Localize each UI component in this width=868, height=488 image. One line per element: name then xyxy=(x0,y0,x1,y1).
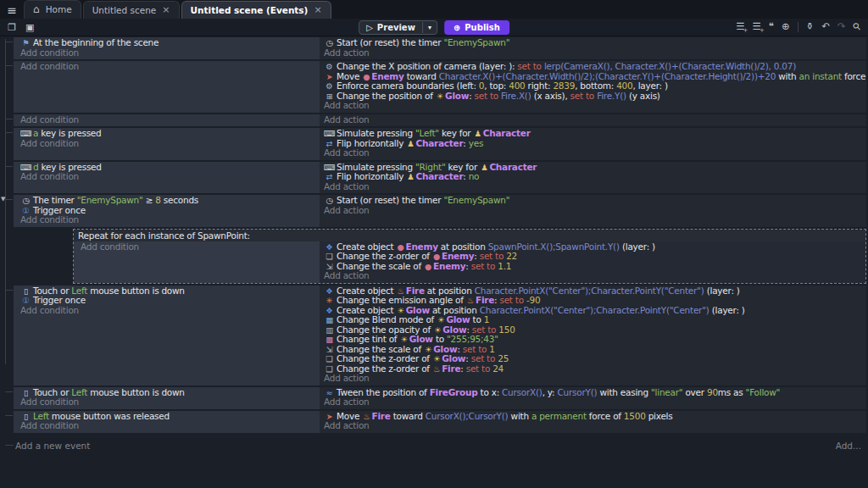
add-condition-button[interactable]: Add condition xyxy=(20,172,320,182)
action-line[interactable]: ➤Move ●Enemy toward Character.X()+(Chara… xyxy=(324,72,866,82)
text-segment: Change the z-order of xyxy=(337,364,432,374)
action-line[interactable]: ⇲Change the scale of ☀Glow: set to 1 xyxy=(324,345,866,355)
add-event-icon[interactable]: ☰+ xyxy=(736,22,744,32)
actions-cell[interactable]: ⚙Change the X position of camera (layer:… xyxy=(320,61,866,113)
text-segment: Trigger once xyxy=(33,296,86,305)
add-condition-button[interactable]: Add condition xyxy=(20,215,320,225)
add-condition-button[interactable]: Add condition xyxy=(20,397,320,408)
add-condition-button[interactable]: Add condition xyxy=(20,306,320,316)
add-action-button[interactable]: Add action xyxy=(324,48,866,58)
collapse-arrow-icon[interactable]: ▼ xyxy=(1,196,5,202)
save-icon[interactable]: ▣ xyxy=(25,23,34,32)
condition-line[interactable]: ◷The timer "EnemySpawn" ≥ 8 seconds xyxy=(20,196,320,206)
action-line[interactable]: ▥Change the opacity of ☀Glow: set to 150 xyxy=(324,325,866,336)
add-condition-button[interactable]: Add condition xyxy=(20,62,320,72)
action-line[interactable]: ▩Change tint of ☀Glow to "255;95;43" xyxy=(324,335,866,345)
action-line[interactable]: ❏Change the z-order of ♨Fire: set to 24 xyxy=(324,364,866,374)
action-line[interactable]: ✳Change the emission angle of ♨Fire: set… xyxy=(324,296,866,306)
conditions-cell[interactable]: ⚑At the beginning of the sceneAdd condit… xyxy=(14,37,320,59)
action-line[interactable]: ❖Create object ●Enemy at position SpawnP… xyxy=(324,242,865,252)
condition-line[interactable]: ▯Touch or Left mouse button is down xyxy=(20,388,320,398)
add-subevent-icon[interactable]: ☰+ xyxy=(752,22,760,32)
actions-cell[interactable]: ≈Tween the position of FireGroup to x: C… xyxy=(320,387,866,409)
publish-button[interactable]: ⊕ Publish xyxy=(444,20,509,35)
delete-icon[interactable]: ⚱ xyxy=(806,22,815,32)
condition-line[interactable]: ⌨d key is pressed xyxy=(20,163,320,173)
actions-cell[interactable]: Add action xyxy=(320,114,866,127)
action-line[interactable]: ◷Start (or reset) the timer "EnemySpawn" xyxy=(324,38,866,48)
action-line[interactable]: ❖Create object ♨Fire at position Charact… xyxy=(324,286,866,297)
preview-dropdown-button[interactable]: ▾ xyxy=(422,22,437,33)
action-line[interactable]: ⌨Simulate pressing "Left" key for ♟Chara… xyxy=(324,129,866,139)
action-line[interactable]: ⊞Change the position of ☀Glow: set to Fi… xyxy=(324,92,866,102)
close-icon[interactable]: × xyxy=(162,4,170,15)
action-line[interactable]: ⌨Simulate pressing "Right" key for ♟Char… xyxy=(324,163,866,173)
text-segment: Change the z-order of xyxy=(337,252,432,261)
add-new-event-button[interactable]: Add a new event xyxy=(15,441,90,451)
tab-home[interactable]: ⌂ Home xyxy=(24,0,81,19)
conditions-cell[interactable]: ▯Touch or Left mouse button is down①Trig… xyxy=(14,286,320,385)
conditions-cell[interactable]: Add condition xyxy=(14,114,320,127)
actions-cell[interactable]: ❖Create object ●Enemy at position SpawnP… xyxy=(320,241,865,283)
tab-untitled-scene[interactable]: Untitled scene × xyxy=(83,1,180,19)
add-condition-button[interactable]: Add condition xyxy=(20,48,320,58)
actions-cell[interactable]: ◷Start (or reset) the timer "EnemySpawn"… xyxy=(320,195,866,227)
close-icon[interactable]: × xyxy=(314,4,321,15)
add-action-button[interactable]: Add action xyxy=(324,206,866,216)
menu-icon[interactable]: ≡ xyxy=(0,2,24,19)
add-comment-icon[interactable]: ❝ xyxy=(769,22,774,32)
conditions-cell[interactable]: ⌨d key is pressedAdd condition xyxy=(14,162,320,194)
add-action-button[interactable]: Add action xyxy=(324,397,866,408)
condition-line[interactable]: ▯Left mouse button was released xyxy=(20,412,320,422)
add-action-button[interactable]: Add action xyxy=(324,421,866,431)
action-line[interactable]: ⇲Change the scale of ●Enemy: set to 1.1 xyxy=(324,262,865,272)
condition-line[interactable]: ⚑At the beginning of the scene xyxy=(20,38,320,48)
action-line[interactable]: ❖Create object ☀Glow at position Charact… xyxy=(324,306,866,316)
actions-cell[interactable]: ⌨Simulate pressing "Right" key for ♟Char… xyxy=(320,162,866,194)
tab-untitled-scene-events[interactable]: Untitled scene (Events) × xyxy=(181,1,331,19)
add-condition-button[interactable]: Add condition xyxy=(81,242,320,252)
condition-line[interactable]: ⌨a key is pressed xyxy=(20,129,320,139)
add-condition-button[interactable]: Add condition xyxy=(20,115,320,125)
add-action-button[interactable]: Add action xyxy=(324,101,866,111)
action-line[interactable]: ❏Change the z-order of ●Enemy: set to 22 xyxy=(324,252,865,262)
conditions-cell[interactable]: ◷The timer "EnemySpawn" ≥ 8 seconds①Trig… xyxy=(14,195,320,227)
action-line[interactable]: ◷Start (or reset) the timer "EnemySpawn" xyxy=(324,196,866,206)
action-line[interactable]: ⚙Change the X position of camera (layer:… xyxy=(324,62,866,72)
add-action-button[interactable]: Add action xyxy=(324,271,865,281)
action-line[interactable]: ≈Tween the position of FireGroup to x: C… xyxy=(324,388,866,398)
undo-icon[interactable]: ↶ xyxy=(821,22,830,32)
condition-line[interactable]: ▯Touch or Left mouse button is down xyxy=(20,286,320,297)
text-segment: 1 xyxy=(489,345,494,354)
action-line[interactable]: ⇄Flip horizontally ♟Character: yes xyxy=(324,139,866,149)
add-condition-button[interactable]: Add condition xyxy=(20,139,320,149)
panels-icon[interactable]: ❐ xyxy=(8,23,16,32)
condition-line[interactable]: ①Trigger once xyxy=(20,206,320,216)
action-line[interactable]: ⚙Enforce camera boundaries (left: 0, top… xyxy=(324,81,866,92)
add-action-button[interactable]: Add action xyxy=(324,182,866,192)
conditions-cell[interactable]: ⌨a key is pressedAdd condition xyxy=(14,128,320,160)
preview-button[interactable]: ▷ Preview ▾ xyxy=(359,20,437,35)
actions-cell[interactable]: ➤Move ♨Fire toward CursorX();CursorY() w… xyxy=(320,411,866,433)
actions-cell[interactable]: ◷Start (or reset) the timer "EnemySpawn"… xyxy=(320,37,866,59)
add-more-button[interactable]: Add... xyxy=(836,441,861,451)
redo-icon[interactable]: ↷ xyxy=(837,22,846,32)
action-line[interactable]: ➤Move ♨Fire toward CursorX();CursorY() w… xyxy=(324,412,866,422)
conditions-cell[interactable]: ▯Left mouse button was releasedAdd condi… xyxy=(14,411,320,433)
add-action-button[interactable]: Add action xyxy=(324,115,866,125)
conditions-cell[interactable]: Add condition xyxy=(74,241,320,283)
add-condition-button[interactable]: Add condition xyxy=(20,421,320,431)
conditions-cell[interactable]: Add condition xyxy=(14,61,320,113)
actions-cell[interactable]: ⌨Simulate pressing "Left" key for ♟Chara… xyxy=(320,128,866,160)
condition-line[interactable]: ①Trigger once xyxy=(20,296,320,306)
add-action-button[interactable]: Add action xyxy=(324,148,866,158)
add-action-button[interactable]: Add action xyxy=(324,374,866,384)
action-line[interactable]: ⇄Flip horizontally ♟Character: no xyxy=(324,172,866,182)
action-line[interactable]: ❏Change the z-order of ☀Glow: set to 25 xyxy=(324,354,866,364)
add-other-event-icon[interactable]: ⊕ xyxy=(782,22,790,32)
actions-cell[interactable]: ❖Create object ♨Fire at position Charact… xyxy=(320,286,866,385)
conditions-cell[interactable]: ▯Touch or Left mouse button is downAdd c… xyxy=(14,387,320,409)
search-icon[interactable]: ⚲ xyxy=(851,21,863,33)
repeat-header[interactable]: Repeat for each instance of SpawnPoint: xyxy=(74,230,865,241)
action-line[interactable]: ▦Change Blend mode of ☀Glow to 1 xyxy=(324,315,866,325)
